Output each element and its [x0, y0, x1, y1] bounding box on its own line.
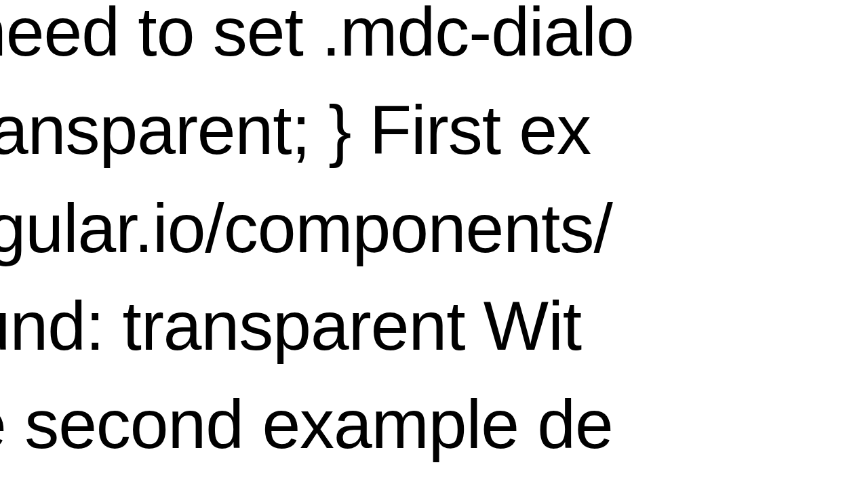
cropped-text-content: u need to set .mdc-dialo : transparent; …: [0, 0, 634, 474]
text-line-4: round: transparent Wit: [0, 277, 634, 375]
text-line-3: angular.io/components/: [0, 180, 634, 278]
text-line-1: u need to set .mdc-dialo: [0, 0, 634, 81]
text-line-5: the second example de: [0, 375, 634, 474]
text-line-2: : transparent; } First ex: [0, 81, 634, 180]
